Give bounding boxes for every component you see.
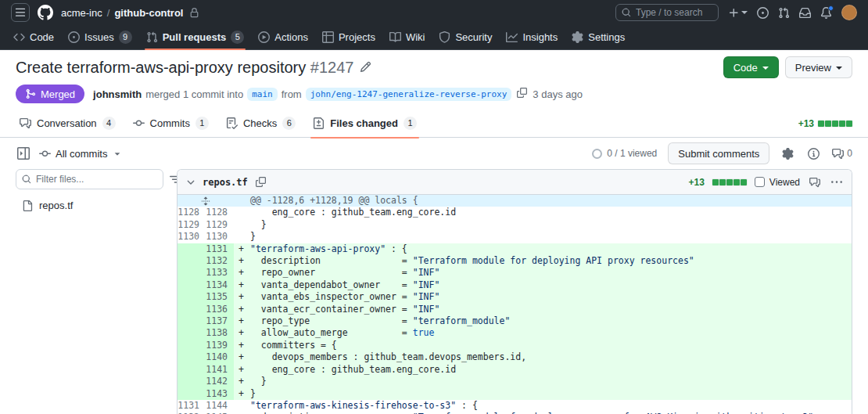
- repo-nav-item-insights[interactable]: Insights: [499, 25, 565, 49]
- new-line-number[interactable]: 1144: [206, 400, 234, 412]
- new-line-number[interactable]: 1141: [206, 364, 234, 376]
- pr-status-row: Merged johnsmith merged 1 commit into ma…: [16, 85, 852, 103]
- new-line-number[interactable]: 1132: [206, 255, 234, 267]
- old-line-number[interactable]: [178, 304, 206, 315]
- diff-marker: +: [234, 364, 249, 376]
- old-line-number[interactable]: [178, 388, 206, 400]
- repo-nav-item-code[interactable]: Code: [6, 25, 61, 49]
- new-line-number[interactable]: 1142: [206, 376, 234, 387]
- expand-diff-button[interactable]: [178, 195, 234, 207]
- edit-title-button[interactable]: [360, 61, 371, 75]
- repo-nav-item-security[interactable]: Security: [432, 25, 499, 49]
- diff-row: 1142+ }: [178, 376, 852, 387]
- repo-nav-item-pull-requests[interactable]: Pull requests 5: [139, 25, 252, 49]
- old-line-number[interactable]: [178, 243, 206, 255]
- file-comment-button[interactable]: [808, 175, 822, 189]
- search-input[interactable]: [636, 7, 712, 18]
- file-tree-item[interactable]: repos.tf: [16, 196, 164, 215]
- pull-requests-dashboard-button[interactable]: [778, 7, 790, 19]
- tab-checks[interactable]: Checks 6: [217, 110, 304, 138]
- notifications-button[interactable]: [820, 7, 832, 19]
- diff-marker: +: [234, 340, 249, 351]
- inbox-icon: [799, 7, 811, 19]
- code-line: "terraform-aws-api-proxy" : {: [249, 243, 852, 255]
- tab-commits[interactable]: Commits 1: [124, 110, 217, 138]
- code-button[interactable]: Code: [723, 56, 779, 78]
- old-line-number[interactable]: [178, 351, 206, 363]
- old-line-number[interactable]: [178, 327, 206, 339]
- new-line-number[interactable]: 1137: [206, 315, 234, 327]
- repo-nav-item-actions[interactable]: Actions: [251, 25, 315, 49]
- repo-nav-item-projects[interactable]: Projects: [315, 25, 382, 49]
- code-line: "terraform-aws-kinesis-firehose-to-s3" :…: [249, 400, 852, 412]
- toggle-file-tree-button[interactable]: [16, 146, 31, 161]
- global-search[interactable]: [615, 4, 719, 21]
- diff-info-button[interactable]: [806, 146, 821, 161]
- merge-action-text: merged 1 commit into: [145, 88, 243, 100]
- old-line-number[interactable]: 1129: [178, 219, 206, 231]
- file-options-button[interactable]: [830, 175, 844, 189]
- new-line-number[interactable]: 1131: [206, 243, 234, 255]
- repo-link[interactable]: github-control: [114, 7, 183, 19]
- file-diff-icon: [313, 117, 325, 129]
- repo-nav-item-wiki[interactable]: Wiki: [382, 25, 432, 49]
- old-line-number[interactable]: [178, 279, 206, 291]
- old-line-number[interactable]: [178, 340, 206, 351]
- new-line-number[interactable]: 1134: [206, 279, 234, 291]
- old-line-number[interactable]: [178, 364, 206, 376]
- repo-nav-item-issues[interactable]: Issues 9: [61, 25, 139, 49]
- user-menu-button[interactable]: [841, 5, 857, 20]
- tab-label: Checks: [243, 117, 277, 129]
- new-line-number[interactable]: 1129: [206, 219, 234, 231]
- copy-file-path-button[interactable]: [254, 175, 267, 189]
- unread-notification-dot: [828, 5, 834, 11]
- github-logo-icon[interactable]: [38, 5, 53, 20]
- preview-button[interactable]: Preview: [785, 56, 852, 78]
- org-link[interactable]: acme-inc: [61, 7, 102, 19]
- repo-nav-item-settings[interactable]: Settings: [565, 25, 632, 49]
- tab-conversation[interactable]: Conversation 4: [11, 110, 124, 138]
- new-line-number[interactable]: 1135: [206, 291, 234, 303]
- pr-diffstat: +13: [798, 118, 857, 129]
- issues-dashboard-button[interactable]: [757, 7, 769, 19]
- file-additions-count: +13: [689, 177, 705, 188]
- file-filter: [16, 169, 163, 189]
- old-line-number[interactable]: [178, 376, 206, 387]
- old-line-number[interactable]: 1131: [178, 400, 206, 412]
- new-line-number[interactable]: 1128: [206, 207, 234, 218]
- commits-filter-dropdown[interactable]: All commits: [39, 148, 123, 160]
- old-line-number[interactable]: [178, 255, 206, 267]
- new-line-number[interactable]: 1130: [206, 231, 234, 243]
- hamburger-menu-button[interactable]: [11, 3, 30, 22]
- old-line-number[interactable]: [178, 315, 206, 327]
- comment-icon: [809, 177, 820, 188]
- diff-file-name[interactable]: repos.tf: [203, 177, 248, 188]
- breadcrumb: acme-inc / github-control: [61, 7, 199, 19]
- new-line-number[interactable]: 1133: [206, 267, 234, 279]
- diffstat-block: [832, 121, 838, 127]
- comments-toggle-button[interactable]: 0: [832, 148, 852, 160]
- collapse-file-button[interactable]: [185, 177, 196, 188]
- new-line-number[interactable]: 1138: [206, 327, 234, 339]
- viewed-checkbox[interactable]: [755, 177, 765, 187]
- old-line-number[interactable]: [178, 291, 206, 303]
- create-new-button[interactable]: [728, 7, 748, 19]
- new-line-number[interactable]: 1143: [206, 388, 234, 400]
- head-branch-label[interactable]: john/eng-1247-generalize-reverse-proxy: [306, 88, 512, 101]
- new-line-number[interactable]: 1136: [206, 304, 234, 315]
- tab-files-changed[interactable]: Files changed 1: [304, 110, 425, 138]
- old-line-number[interactable]: 1128: [178, 207, 206, 218]
- diff-settings-button[interactable]: [780, 146, 795, 161]
- new-line-number[interactable]: 1139: [206, 340, 234, 351]
- copy-branch-button[interactable]: [515, 88, 529, 100]
- old-line-number[interactable]: [178, 267, 206, 279]
- author-link[interactable]: johnsmith: [93, 88, 142, 100]
- info-icon: [808, 148, 820, 160]
- file-filter-input[interactable]: [36, 174, 157, 185]
- code-line: repo_owner = "INF": [249, 267, 852, 279]
- base-branch-label[interactable]: main: [247, 88, 278, 101]
- old-line-number[interactable]: 1130: [178, 231, 206, 243]
- new-line-number[interactable]: 1140: [206, 351, 234, 363]
- submit-comments-button[interactable]: Submit comments: [668, 142, 769, 164]
- inbox-button[interactable]: [799, 7, 811, 19]
